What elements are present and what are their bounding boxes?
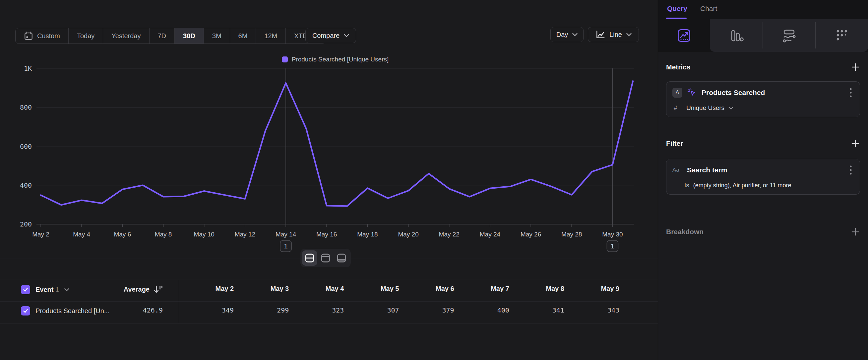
plus-icon (851, 227, 860, 237)
metric-name[interactable]: Products Searched (702, 89, 842, 96)
x-axis-label: May 8 (155, 231, 172, 238)
chevron-down-icon[interactable] (64, 288, 69, 291)
sort-descending-icon (153, 285, 163, 294)
value-cell: 400 (454, 306, 509, 314)
annotation-badge[interactable]: 1 (607, 241, 618, 252)
view-tab-insights[interactable] (658, 19, 710, 52)
string-type-icon: Aa (672, 167, 682, 173)
event-column-header[interactable]: Event 1 (35, 286, 59, 294)
x-axis-label: May 16 (316, 231, 337, 238)
table-row: Products Searched [Un... (21, 306, 110, 315)
svg-text:1: 1 (284, 243, 287, 250)
date-column-header[interactable]: May 2 (179, 285, 234, 293)
view-type-tabs (658, 19, 868, 52)
row-average-cell: 426.9 (99, 306, 171, 314)
x-axis-label: May 10 (194, 231, 215, 238)
table-header-border (0, 301, 658, 302)
y-axis-label: 600 (20, 142, 32, 150)
filter-property-name[interactable]: Search term (687, 166, 842, 174)
average-column-header[interactable]: Average (99, 285, 171, 294)
x-axis-label: May 28 (561, 231, 582, 238)
split-view-icon (304, 253, 315, 264)
y-axis-label: 1K (24, 64, 32, 73)
filter-menu-button[interactable] (846, 165, 855, 175)
query-panel: Query Chart (658, 0, 868, 360)
layout-chart-only-button[interactable] (318, 250, 333, 266)
select-all-checkbox[interactable] (21, 285, 30, 294)
view-tab-funnel[interactable] (815, 19, 868, 52)
table-top-border (0, 280, 658, 280)
check-icon (23, 308, 29, 314)
filter-operator: Is (684, 182, 689, 189)
analytics-app: CustomTodayYesterday7D30D3M6M12MXTD Comp… (0, 0, 868, 360)
metric-card[interactable]: A Products Searched # Unique Users (666, 81, 860, 117)
insights-line-icon (677, 28, 691, 43)
metric-aggregation-row[interactable]: # Unique Users (674, 102, 855, 114)
flow-icon (782, 28, 796, 43)
table-header-left: Event 1 (21, 285, 69, 294)
add-breakdown-button[interactable] (850, 226, 861, 237)
add-metric-button[interactable] (850, 62, 861, 73)
x-axis-label: May 2 (32, 231, 50, 238)
kebab-icon (849, 87, 852, 98)
panel-bottom-icon (336, 253, 347, 264)
date-column-header[interactable]: May 9 (564, 285, 619, 293)
cursor-click-icon (687, 88, 697, 98)
y-axis-label: 800 (20, 103, 32, 111)
add-filter-button[interactable] (850, 138, 861, 149)
date-column-header[interactable]: May 6 (399, 285, 454, 293)
metric-menu-button[interactable] (846, 87, 855, 98)
funnel-dots-icon (835, 28, 849, 43)
x-axis-label: May 4 (73, 231, 90, 238)
hash-icon: # (674, 104, 682, 112)
table-date-headers: May 2May 3May 4May 5May 6May 7May 8May 9 (179, 285, 639, 293)
date-column-header[interactable]: May 5 (344, 285, 399, 293)
date-column-header[interactable]: May 7 (454, 285, 509, 293)
panel-tab-bar: Query Chart (658, 0, 868, 19)
plus-icon (851, 139, 860, 148)
line-chart[interactable]: 2004006008001KMay 2May 4May 6May 8May 10… (0, 0, 658, 269)
layout-toggle (300, 249, 351, 267)
x-axis-label: May 22 (439, 231, 460, 238)
view-tab-bar-chart[interactable] (710, 19, 763, 52)
x-axis-label: May 12 (235, 231, 255, 238)
filter-condition-row[interactable]: Is (empty string), Air purifier, or 11 m… (674, 180, 855, 191)
row-checkbox[interactable] (21, 306, 30, 315)
kebab-icon (849, 165, 852, 175)
value-cell: 349 (179, 306, 234, 314)
table-bottom-border (0, 323, 658, 324)
value-cell: 379 (399, 306, 454, 314)
tab-chart[interactable]: Chart (700, 5, 717, 12)
tab-query[interactable]: Query (667, 5, 687, 12)
date-column-header[interactable]: May 8 (509, 285, 564, 293)
breakdown-heading: Breakdown (666, 228, 704, 236)
line-chart-svg: 2004006008001KMay 2May 4May 6May 8May 10… (0, 0, 658, 269)
filter-card-row: Aa Search term (672, 164, 855, 176)
series-line[interactable] (41, 81, 633, 206)
svg-text:1: 1 (611, 243, 614, 250)
x-axis-label: May 6 (114, 231, 131, 238)
value-cell: 299 (234, 306, 289, 314)
value-cell: 323 (289, 306, 344, 314)
x-axis-label: May 20 (398, 231, 418, 238)
y-axis-label: 200 (20, 220, 32, 228)
y-axis-label: 400 (20, 181, 32, 189)
date-column-header[interactable]: May 4 (289, 285, 344, 293)
layout-split-view-button[interactable] (302, 250, 317, 266)
x-axis-label: May 26 (521, 231, 541, 238)
filter-heading: Filter (666, 139, 683, 147)
annotation-badge[interactable]: 1 (280, 241, 291, 252)
date-column-header[interactable]: May 3 (234, 285, 289, 293)
event-count: 1 (55, 286, 59, 293)
report-main-area: CustomTodayYesterday7D30D3M6M12MXTD Comp… (0, 0, 658, 360)
chevron-down-icon (728, 107, 734, 110)
value-cell: 343 (564, 306, 619, 314)
metric-letter-badge: A (672, 88, 682, 98)
metrics-heading: Metrics (666, 63, 691, 71)
aggregation-label: Unique Users (686, 104, 724, 112)
row-series-label[interactable]: Products Searched [Un... (35, 307, 110, 315)
view-tab-flow[interactable] (763, 19, 815, 52)
filter-card[interactable]: Aa Search term Is (empty string), Air pu… (666, 159, 860, 195)
layout-table-only-button[interactable] (334, 250, 349, 266)
plus-icon (851, 62, 860, 72)
